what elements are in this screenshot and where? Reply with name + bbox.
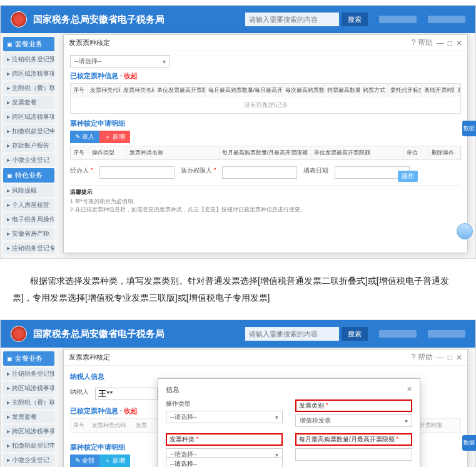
user-area2 xyxy=(428,16,465,23)
app-header: 国家税务总局安徽省电子税务局 搜索 xyxy=(1,320,475,348)
screenshot-2: 国家税务总局安徽省电子税务局 搜索 ▣套餐业务 ▸ 注销税务登记预检 ▸ 跨区域… xyxy=(0,319,476,467)
add-button[interactable]: ＋ 新增 xyxy=(99,131,130,143)
user-area xyxy=(379,330,417,338)
minimize-icon[interactable]: — xyxy=(437,353,444,362)
close-icon[interactable]: ✕ xyxy=(456,39,462,48)
top-select[interactable]: --请选择-- xyxy=(70,55,170,68)
op-button[interactable]: 操作 xyxy=(398,171,418,182)
lxr-input[interactable] xyxy=(222,166,297,179)
section-apply: 票种核定申请明细 xyxy=(70,119,461,128)
sidebar-item[interactable]: ▸ 跨区域涉税事项 xyxy=(3,425,54,438)
sidebar-item[interactable]: ▸ 安徽省房产税 xyxy=(3,228,54,240)
apply-table-head: 序号 操作类型 发票种类名称 每月最高购票数量/月最高开票限额 单位发票最高开票… xyxy=(70,146,461,160)
sidebar-item[interactable]: ▸ 存款账户报告 xyxy=(3,139,54,152)
app-title: 国家税务总局安徽省电子税务局 xyxy=(33,328,239,340)
lxr-label: 送办权限人 * xyxy=(181,166,216,179)
sidebar-item[interactable]: ▸ 注销税务登记预检 xyxy=(3,368,54,380)
search-input[interactable] xyxy=(245,327,339,341)
explain-text: 根据需求选择发票种类，填写发票类别。针对普通发票选择[增值税普通发票二联折叠式]… xyxy=(0,264,476,314)
add-button-2[interactable]: ＋ 新增 xyxy=(99,454,130,467)
dialog-close-icon[interactable]: ✕ xyxy=(407,385,412,394)
modal-title: 发票票种核定 xyxy=(69,353,408,362)
expand-icon[interactable]: □ xyxy=(448,353,452,362)
minimize-icon[interactable]: — xyxy=(437,39,444,48)
emblem-icon xyxy=(11,11,27,28)
info-dialog: 信息 ✕ 操作类型 --请选择-- 发票类别 * 增值税发票 xyxy=(158,378,420,467)
nsr-input[interactable] xyxy=(95,388,158,400)
modal-title: 发票票种核定 xyxy=(69,38,408,48)
sidebar: ▣套餐业务 ▸ 注销税务登记预检 ▸ 跨区域涉税事项 ▸ 主附税（费）联合 ▸ … xyxy=(1,348,57,467)
sidebar-cat-1[interactable]: ▣套餐业务 xyxy=(3,351,54,366)
dialog-title: 信息 xyxy=(166,385,180,394)
sidebar-item[interactable]: ▸ 扣缴税款登记申报 xyxy=(3,125,54,138)
app-header: 国家税务总局安徽省电子税务局 搜索 xyxy=(1,6,475,33)
screenshot-1: 国家税务总局安徽省电子税务局 搜索 ▣套餐业务 ▸ 注销税务登记预检 ▸ 跨区域… xyxy=(0,5,476,259)
search-button[interactable]: 搜索 xyxy=(342,13,368,26)
sidebar-item[interactable]: ▸ 主附税（费）联合 xyxy=(3,82,54,94)
sidebar-item[interactable]: ▸ 扣缴税款登记申报 xyxy=(3,439,54,452)
expand-icon[interactable]: □ xyxy=(448,39,452,48)
op-type-select[interactable]: --请选择-- xyxy=(166,411,283,423)
invoice-kind-label: 发票类别 * xyxy=(295,399,412,412)
sidebar-item[interactable]: ▸ 跨区域涉税事项 xyxy=(3,68,54,80)
search-input[interactable] xyxy=(245,13,339,26)
side-badge[interactable]: 数据 xyxy=(462,435,476,451)
sidebar-item[interactable]: ▸ 注销税务登记预检 xyxy=(3,53,54,66)
assistant-icon[interactable] xyxy=(457,223,473,239)
invoice-type-dropdown[interactable]: --请选择--增值税专用发票（六联版）增值税专用发票（三联版）增值税普通发票（二… xyxy=(166,457,283,467)
modal-invoice: 发票票种核定 ? 帮助 — □ ✕ --请选择-- 已核定票种信息 · 收起 序… xyxy=(63,34,468,253)
dropdown-option[interactable]: --请选择-- xyxy=(166,458,282,467)
emblem-icon xyxy=(11,326,27,342)
sidebar-item[interactable]: ▸ 风险提醒 xyxy=(3,184,54,197)
help-link[interactable]: ? 帮助 xyxy=(412,352,433,363)
invoice-type-label: 发票种类 * xyxy=(166,433,283,446)
sidebar-item[interactable]: ▸ 个人房屋租赁 xyxy=(3,199,54,211)
approved-table: 序号 发票种类代码 发票种类名称 单位发票最高开票限额 每月最高购票数量/每月最… xyxy=(70,83,461,114)
section-approved: 已核定票种信息 · 收起 xyxy=(70,71,461,81)
edit-button[interactable]: ✎ 录入 xyxy=(70,131,99,143)
monthly-qty-input[interactable] xyxy=(295,448,412,461)
sidebar-item[interactable]: ▸ 发票套餐 xyxy=(3,411,54,423)
side-badge[interactable]: 数据 xyxy=(462,121,476,136)
sidebar-item[interactable]: ▸ 注销税务登记专区 xyxy=(3,242,54,254)
sidebar-item[interactable]: ▸ 发票套餐 xyxy=(3,96,54,109)
tips: 温馨提示 1.带*号项的项目为必填项。 2.在已核定票种信息栏，如需变更的发票种… xyxy=(70,185,461,214)
jbr-input[interactable] xyxy=(99,166,175,179)
sidebar: ▣套餐业务 ▸ 注销税务登记预检 ▸ 跨区域涉税事项 ▸ 主附税（费）联合 ▸ … xyxy=(1,33,57,258)
user-area2 xyxy=(428,330,465,338)
sidebar-item[interactable]: ▸ 小微企业登记 xyxy=(3,454,54,466)
invoice-kind-select[interactable]: 增值税发票 xyxy=(295,414,412,427)
modal-invoice-2: 发票票种核定 ? 帮助 — □ ✕ 纳税人信息 纳税人 已核定票种信息 · 收起… xyxy=(63,349,468,467)
help-link[interactable]: ? 帮助 xyxy=(412,38,433,48)
close-icon[interactable]: ✕ xyxy=(456,353,462,362)
nsr-label: 纳税人 xyxy=(70,388,89,400)
sidebar-item[interactable]: ▸ 跨区域涉税事项 xyxy=(3,382,54,394)
empty-row: 没有匹配的记录 xyxy=(71,97,460,113)
search-button[interactable]: 搜索 xyxy=(342,327,368,341)
sidebar-cat-2[interactable]: ▣特色业务 xyxy=(3,168,54,183)
monthly-qty-label: 每月最高购票数量/月最高开票限额 * xyxy=(295,433,412,446)
sidebar-item[interactable]: ▸ 主附税（费）联合 xyxy=(3,396,54,409)
user-area xyxy=(379,16,417,23)
app-title: 国家税务总局安徽省电子税务局 xyxy=(33,14,239,26)
sidebar-item[interactable]: ▸ 电子税务局操作 xyxy=(3,213,54,226)
all-button[interactable]: ✎ 全部 xyxy=(70,454,99,467)
sidebar-item[interactable]: ▸ 小微企业登记 xyxy=(3,154,54,166)
sidebar-item[interactable]: ▸ 跨区域涉税事项 xyxy=(3,111,54,123)
sidebar-cat-1[interactable]: ▣套餐业务 xyxy=(3,37,54,51)
date-label: 填表日期 xyxy=(303,166,328,179)
op-type-label: 操作类型 xyxy=(166,399,283,408)
jbr-label: 经办人 * xyxy=(70,166,93,179)
